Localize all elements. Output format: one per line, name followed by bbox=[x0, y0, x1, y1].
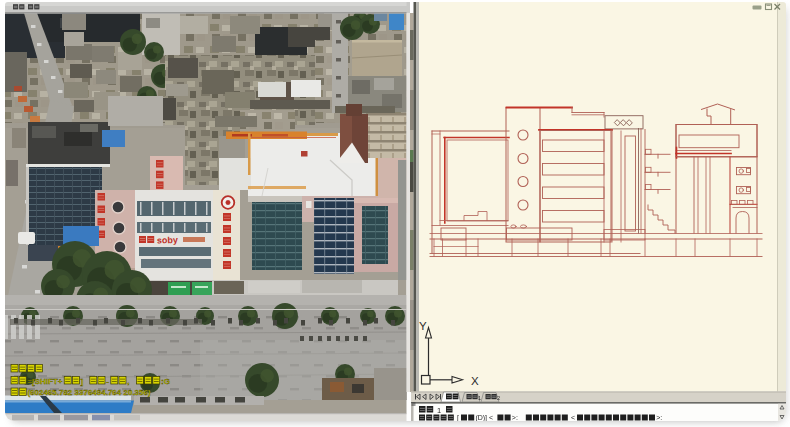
svg-text:Y: Y bbox=[419, 320, 427, 332]
svg-text:<: < bbox=[571, 414, 575, 421]
svg-text:(602465.782 3376494.764 20.3: (602465.782 3376494.764 20.356) bbox=[27, 388, 151, 397]
svg-text:=[SHIFT+: =[SHIFT+ bbox=[27, 377, 62, 386]
svg-text:-: - bbox=[106, 377, 109, 386]
svg-text:]: ] bbox=[81, 377, 84, 386]
svg-text::G: :G bbox=[161, 377, 170, 386]
svg-text:2: 2 bbox=[497, 395, 500, 401]
svg-text:,: , bbox=[127, 377, 129, 386]
svg-text:X: X bbox=[471, 375, 479, 387]
svg-text:soby: soby bbox=[157, 235, 178, 246]
svg-text:>:: >: bbox=[512, 414, 518, 421]
svg-text:[: [ bbox=[457, 414, 459, 421]
svg-text:1: 1 bbox=[437, 406, 441, 415]
svg-text:>:: >: bbox=[656, 414, 662, 421]
svg-text:1: 1 bbox=[478, 395, 481, 401]
svg-text:(D)] <: (D)] < bbox=[475, 414, 493, 421]
